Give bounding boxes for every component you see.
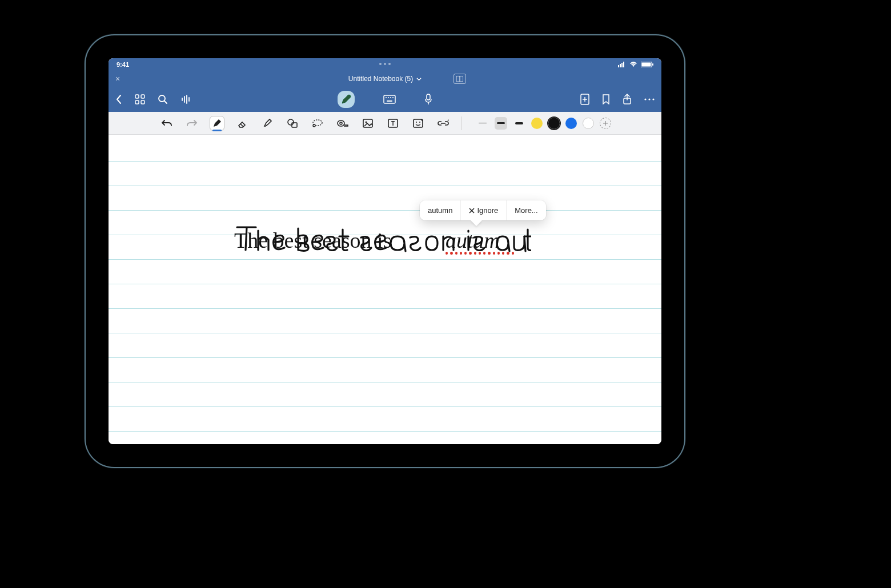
wifi-icon: [629, 62, 637, 67]
pen-mode-button[interactable]: [338, 91, 355, 108]
grid-view-button[interactable]: [135, 94, 145, 104]
svg-rect-12: [141, 100, 145, 104]
svg-point-42: [365, 121, 367, 123]
audio-button[interactable]: [180, 94, 191, 104]
ignore-text: Ignore: [477, 206, 498, 215]
shapes-tool-button[interactable]: [285, 116, 300, 131]
notebook-title-button[interactable]: Untitled Notebook (5): [348, 75, 422, 83]
svg-point-39: [338, 120, 344, 126]
handwriting-overlay: The best season is: [234, 228, 391, 252]
svg-rect-45: [414, 119, 423, 127]
highlighter-tool-button[interactable]: [260, 116, 275, 131]
svg-point-21: [388, 97, 389, 98]
svg-point-22: [390, 97, 391, 98]
status-time: 9:41: [117, 61, 129, 68]
svg-rect-25: [427, 94, 430, 100]
link-tool-button[interactable]: +: [436, 116, 451, 131]
svg-rect-19: [384, 95, 395, 103]
svg-point-35: [288, 119, 294, 125]
add-page-button[interactable]: [580, 94, 589, 105]
stroke-thin-button[interactable]: [476, 117, 489, 130]
pen-tool-button[interactable]: [210, 116, 224, 131]
spellcheck-popover: autumn Ignore More...: [420, 200, 546, 220]
more-button[interactable]: [644, 98, 655, 100]
svg-rect-5: [642, 63, 651, 67]
svg-point-23: [392, 97, 394, 98]
share-button[interactable]: [623, 94, 632, 105]
spellcheck-suggestion-button[interactable]: autumn: [420, 200, 461, 220]
svg-rect-10: [141, 95, 145, 98]
svg-rect-11: [135, 100, 139, 104]
keyboard-mode-button[interactable]: [383, 95, 396, 104]
color-picker-button[interactable]: [600, 118, 611, 129]
svg-point-46: [416, 122, 417, 123]
multitask-dots-icon[interactable]: [379, 63, 391, 65]
signal-icon: [618, 62, 626, 67]
suggestion-text: autumn: [428, 206, 452, 215]
spellcheck-more-button[interactable]: More...: [507, 200, 545, 220]
notebook-title: Untitled Notebook (5): [348, 75, 413, 83]
tool-toolbar: T +: [109, 112, 661, 135]
svg-point-47: [419, 122, 420, 123]
spellcheck-ignore-button[interactable]: Ignore: [461, 200, 507, 220]
image-tool-button[interactable]: [360, 116, 375, 131]
svg-line-14: [164, 101, 167, 103]
color-white-swatch[interactable]: [583, 118, 594, 129]
svg-rect-24: [387, 100, 392, 102]
close-icon: [469, 208, 475, 214]
battery-icon: [641, 62, 653, 67]
eraser-tool-button[interactable]: [235, 116, 250, 131]
svg-rect-0: [618, 65, 619, 67]
split-view-button[interactable]: [453, 74, 466, 84]
svg-line-34: [240, 124, 243, 127]
redo-button[interactable]: [184, 116, 199, 131]
color-yellow-swatch[interactable]: [531, 118, 543, 129]
svg-point-40: [340, 122, 342, 124]
plus-icon: [603, 120, 608, 126]
split-view-icon: [456, 76, 463, 82]
sticker-tool-button[interactable]: [411, 116, 426, 131]
svg-text:+: +: [447, 119, 449, 122]
back-button[interactable]: [115, 94, 122, 104]
close-button[interactable]: ×: [115, 74, 120, 83]
stroke-medium-button[interactable]: [495, 117, 507, 130]
lasso-tool-button[interactable]: [310, 116, 325, 131]
color-black-swatch[interactable]: [548, 118, 560, 129]
svg-point-20: [386, 97, 387, 98]
note-canvas[interactable]: The best season is autum autumn Ignore M…: [109, 135, 661, 444]
screen: 9:41 × Untitled Notebook (5): [109, 58, 661, 444]
svg-point-33: [652, 98, 654, 100]
nav-bar: [109, 87, 661, 112]
svg-text:T: T: [391, 120, 394, 127]
ipad-device-frame: 9:41 × Untitled Notebook (5): [85, 34, 685, 468]
svg-rect-6: [652, 63, 653, 66]
stroke-thick-button[interactable]: [513, 117, 525, 130]
svg-rect-9: [135, 95, 139, 98]
toolbar-separator: [461, 116, 461, 130]
undo-button[interactable]: [159, 116, 174, 131]
search-button[interactable]: [158, 94, 168, 104]
svg-rect-1: [620, 64, 621, 67]
title-bar: × Untitled Notebook (5): [109, 71, 661, 87]
spellcheck-underline[interactable]: [446, 252, 514, 255]
svg-rect-36: [292, 123, 297, 127]
svg-rect-2: [621, 63, 623, 67]
svg-text:autum: autum: [446, 228, 500, 252]
svg-rect-3: [623, 62, 624, 67]
tape-tool-button[interactable]: [335, 116, 350, 131]
text-tool-button[interactable]: T: [386, 116, 400, 131]
pen-icon: [340, 94, 352, 105]
color-blue-swatch[interactable]: [565, 118, 577, 129]
microphone-button[interactable]: [424, 94, 432, 105]
svg-point-38: [313, 124, 315, 127]
svg-point-13: [159, 95, 165, 102]
more-text: More...: [515, 206, 537, 215]
bookmark-button[interactable]: [602, 94, 610, 104]
chevron-down-icon: [416, 76, 422, 82]
svg-point-32: [648, 98, 650, 100]
svg-point-31: [644, 98, 646, 100]
